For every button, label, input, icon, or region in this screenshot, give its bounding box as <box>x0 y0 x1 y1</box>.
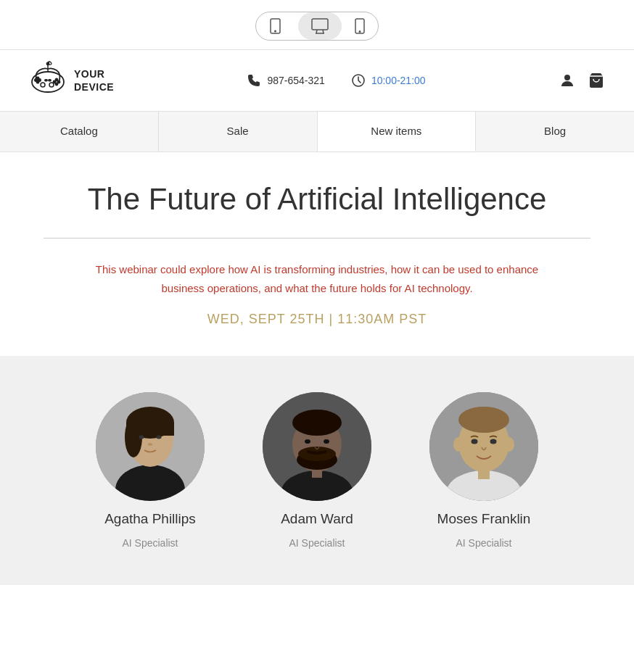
speaker-moses-role: AI Specialist <box>456 537 511 549</box>
svg-point-12 <box>58 81 60 83</box>
svg-point-16 <box>49 83 54 87</box>
svg-point-30 <box>139 436 144 439</box>
header: YOUR DEVICE 987-654-321 10:00-21:00 <box>0 50 634 112</box>
main-content: The Future of Artificial Intelligence Th… <box>0 152 634 327</box>
speaker-agatha: Agatha Phillips AI Specialist <box>96 392 205 549</box>
event-date: WED, SEPT 25TH | 11:30AM PST <box>44 312 590 327</box>
svg-point-15 <box>41 83 45 87</box>
main-nav: Catalog Sale New items Blog <box>0 112 634 152</box>
svg-point-21 <box>564 75 570 80</box>
tablet-device-btn[interactable] <box>256 12 298 40</box>
svg-point-1 <box>275 30 276 32</box>
speaker-moses-avatar <box>429 392 538 501</box>
speaker-adam-name: Adam Ward <box>281 511 353 527</box>
logo[interactable]: YOUR DEVICE <box>29 60 114 101</box>
svg-point-32 <box>148 443 152 446</box>
mobile-device-btn[interactable] <box>342 12 378 40</box>
svg-point-31 <box>157 436 162 439</box>
device-bar <box>0 0 634 50</box>
nav-new-items[interactable]: New items <box>318 112 477 152</box>
speaker-adam-avatar <box>263 392 371 501</box>
svg-rect-19 <box>49 80 51 81</box>
speaker-agatha-avatar <box>96 392 205 501</box>
svg-point-49 <box>472 439 478 444</box>
logo-text: YOUR DEVICE <box>74 67 114 94</box>
nav-sale[interactable]: Sale <box>159 112 318 152</box>
speaker-agatha-role: AI Specialist <box>122 537 178 549</box>
user-button[interactable] <box>559 72 576 89</box>
header-hours: 10:00-21:00 <box>351 73 426 88</box>
article-description: This webinar could explore how AI is tra… <box>85 260 549 297</box>
desktop-device-btn[interactable] <box>298 12 342 40</box>
svg-point-39 <box>292 410 342 436</box>
speakers-section: Agatha Phillips AI Specialist <box>0 356 634 585</box>
speaker-adam-role: AI Specialist <box>289 537 345 549</box>
svg-point-47 <box>453 437 464 452</box>
svg-point-7 <box>359 31 361 33</box>
svg-point-14 <box>56 83 58 86</box>
svg-point-48 <box>504 437 514 452</box>
logo-icon <box>29 60 67 101</box>
svg-point-13 <box>54 81 56 83</box>
header-phone: 987-654-321 <box>247 73 324 88</box>
svg-point-50 <box>490 439 497 444</box>
cart-button[interactable] <box>588 72 605 89</box>
svg-point-11 <box>56 79 58 81</box>
clock-icon <box>351 73 366 88</box>
svg-point-40 <box>305 439 310 444</box>
svg-rect-18 <box>45 80 47 81</box>
device-selector <box>255 12 379 41</box>
svg-point-46 <box>458 407 509 433</box>
speaker-agatha-name: Agatha Phillips <box>104 511 196 527</box>
header-actions <box>559 72 605 89</box>
divider <box>44 238 590 238</box>
svg-rect-2 <box>312 19 328 30</box>
hours-text: 10:00-21:00 <box>371 75 426 86</box>
article-title: The Future of Artificial Intelligence <box>44 181 590 217</box>
svg-rect-10 <box>37 78 39 83</box>
nav-catalog[interactable]: Catalog <box>0 112 159 152</box>
speaker-moses: Moses Franklin AI Specialist <box>429 392 538 549</box>
speaker-adam: Adam Ward AI Specialist <box>263 392 371 549</box>
header-info: 987-654-321 10:00-21:00 <box>128 73 544 88</box>
phone-icon <box>247 73 261 88</box>
nav-blog[interactable]: Blog <box>476 112 634 152</box>
speaker-moses-name: Moses Franklin <box>437 511 531 527</box>
svg-point-41 <box>324 439 329 444</box>
phone-number: 987-654-321 <box>267 75 324 86</box>
